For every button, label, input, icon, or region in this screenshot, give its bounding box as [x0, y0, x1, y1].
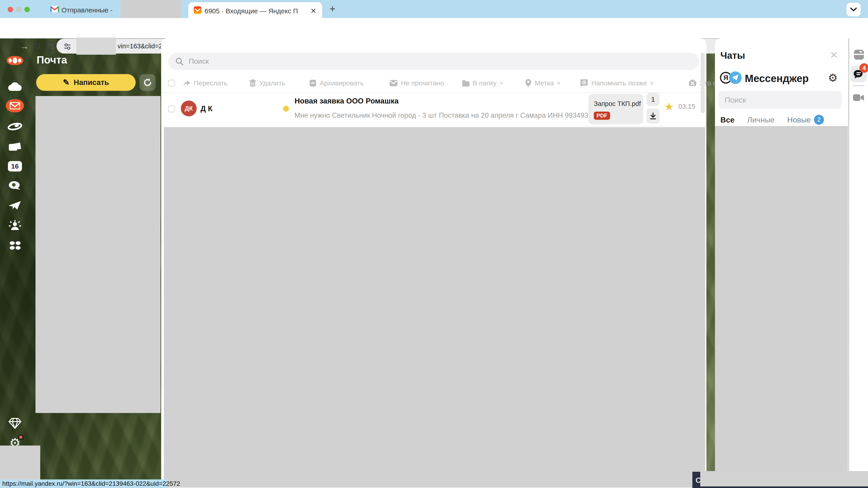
yandex-mail-favicon	[193, 6, 202, 14]
browser-tab-strip: Отправленные - 6905 · Входящие — Яндекс …	[0, 0, 868, 18]
widget-strip: 4	[849, 38, 868, 488]
sidebar-item-premium[interactable]	[5, 416, 24, 431]
toolbar-remind-later[interactable]: Напомнить позже ˅	[581, 78, 653, 88]
refresh-button[interactable]	[140, 74, 156, 91]
mail-scrollbar-thumb[interactable]	[701, 53, 705, 113]
email-time: 03:15	[678, 103, 695, 110]
new-tab-button[interactable]: +	[330, 3, 336, 14]
toolbar-archive[interactable]: Архивировать	[309, 78, 364, 88]
tab-yandex-mail-active[interactable]: 6905 · Входящие — Яндекс П ✕	[188, 2, 322, 18]
notes-icon	[854, 49, 864, 60]
tab-title: 6905 · Входящие — Яндекс П	[205, 7, 302, 15]
traffic-light-zoom[interactable]	[24, 7, 30, 12]
email-checkbox[interactable]	[168, 105, 175, 112]
toolbar-move-to-folder[interactable]: В папку ˅	[462, 78, 503, 88]
unread-indicator[interactable]	[283, 106, 289, 111]
chat-search-bar[interactable]	[718, 91, 842, 109]
new-chats-badge: 2	[814, 115, 824, 125]
chats-widget-button-active[interactable]: 4	[850, 66, 867, 82]
sidebar-item-messenger[interactable]	[5, 178, 24, 193]
paper-plane-icon	[732, 74, 739, 81]
cloud-icon	[8, 82, 22, 91]
page-title: Почта	[37, 54, 67, 66]
documents-icon	[8, 142, 22, 152]
sidebar-item-admin[interactable]	[5, 218, 24, 233]
email-row[interactable]: ДК Д К Новая заявка ООО Ромашка Мне нужн…	[161, 93, 706, 126]
download-icon	[650, 112, 656, 120]
gmail-icon	[50, 5, 59, 13]
mail-search-bar[interactable]	[168, 53, 699, 70]
spam-shield-icon	[689, 79, 696, 87]
compose-label: Написать	[74, 78, 109, 87]
gem-icon	[8, 418, 21, 429]
sidebar-item-documents[interactable]	[5, 140, 24, 154]
archive-icon	[309, 79, 316, 87]
toolbar-forward[interactable]: Переслать	[183, 78, 228, 88]
redaction-box-chat-list	[715, 126, 848, 487]
redaction-box-bottom-right	[700, 471, 868, 486]
compose-button[interactable]: ✎ Написать	[36, 74, 135, 91]
chat-search-input[interactable]	[725, 96, 829, 104]
traffic-light-close[interactable]	[8, 7, 13, 12]
sidebar-item-telemost[interactable]	[5, 198, 24, 213]
sidebar-item-yandex-disk[interactable]	[5, 119, 24, 134]
clock-bubble-icon	[581, 79, 588, 87]
attachment-count-badge[interactable]: 1	[647, 93, 659, 106]
divider	[161, 126, 706, 127]
chat-tabs: Все Личные Новые 2	[720, 115, 824, 125]
tab-personal[interactable]: Личные	[747, 116, 774, 124]
toolbar-unread[interactable]: Не прочитано	[390, 78, 444, 88]
tab-close-icon[interactable]: ✕	[310, 6, 316, 15]
toolbar-label[interactable]: Метка ˅	[525, 78, 560, 88]
folder-icon	[462, 80, 469, 87]
mail-envelope-icon	[6, 99, 24, 112]
forward-icon	[183, 80, 191, 87]
browser-toolbar: ← → ↻ m vin=163&clid=2139463-022&uid=225…	[0, 18, 868, 38]
redaction-box-mail-list	[164, 127, 705, 488]
email-subject: Новая заявка ООО Ромашка	[294, 97, 399, 105]
people-gear-icon	[8, 220, 22, 231]
search-icon	[175, 57, 184, 66]
pencil-icon: ✎	[63, 78, 70, 87]
attachment-name: Запрос ТКП.pdf	[594, 100, 643, 107]
chevron-down-icon: ˅	[500, 80, 503, 87]
chat-unread-badge: 4	[860, 63, 868, 73]
redaction-box-bottom-left	[0, 446, 40, 480]
traffic-light-minimize[interactable]	[16, 7, 22, 12]
toolbar-delete[interactable]: Удалить	[249, 78, 285, 88]
chat-settings-gear-icon[interactable]: ⚙	[828, 71, 838, 84]
select-all-checkbox[interactable]	[168, 79, 175, 87]
messenger-eye-icon	[8, 181, 22, 191]
email-preview: Мне нужно Светильник Ночной город - 3 шт…	[294, 111, 596, 120]
tab-search-button[interactable]	[846, 3, 861, 16]
yandex360-icon	[6, 56, 23, 65]
strip-divider	[848, 38, 849, 488]
mail-search-input[interactable]	[189, 57, 641, 66]
redaction-box-folders	[35, 96, 160, 413]
sidebar-item-yandex360[interactable]	[5, 53, 24, 68]
notes-widget-button[interactable]	[854, 49, 864, 61]
sidebar-item-disk-cloud[interactable]	[5, 79, 24, 94]
sidebar-item-mail-active[interactable]	[5, 98, 24, 113]
tab-all[interactable]: Все	[720, 116, 735, 124]
tab-new[interactable]: Новые 2	[787, 115, 824, 125]
attachment-chip[interactable]: Запрос ТКП.pdf PDF	[588, 94, 643, 124]
telemost-widget-button[interactable]	[853, 94, 864, 103]
download-button[interactable]	[647, 109, 659, 124]
messenger-logo	[729, 71, 742, 84]
star-icon[interactable]: ★	[664, 100, 674, 113]
paper-plane-icon	[8, 201, 22, 210]
notification-dot	[18, 434, 24, 440]
site-settings-icon[interactable]	[63, 42, 71, 51]
sidebar-item-all-services[interactable]	[5, 238, 24, 253]
messenger-title: Мессенджер	[745, 72, 809, 85]
strip-separator	[852, 86, 864, 86]
reading-list-icon[interactable]	[46, 41, 56, 51]
sender-avatar: ДК	[181, 101, 197, 116]
sidebar-item-calendar[interactable]: 16	[5, 159, 24, 173]
video-camera-icon	[853, 94, 864, 102]
chevron-down-icon	[850, 7, 857, 11]
tag-icon	[525, 79, 531, 87]
reload-button[interactable]: ↻	[33, 40, 41, 52]
close-icon[interactable]: ✕	[830, 50, 838, 60]
